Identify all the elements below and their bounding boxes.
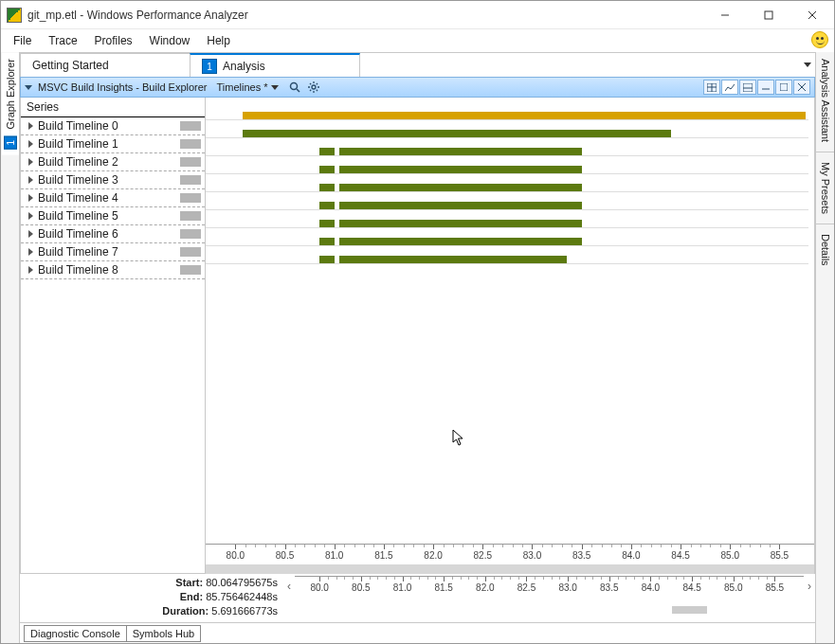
- close-button[interactable]: [790, 1, 834, 28]
- timeline-bar[interactable]: [243, 130, 671, 137]
- series-list: Build Timeline 0Build Timeline 1Build Ti…: [21, 117, 205, 573]
- start-label: Start:: [175, 577, 203, 588]
- end-value: 85.756462448s: [206, 591, 278, 602]
- series-row[interactable]: Build Timeline 8: [21, 261, 205, 279]
- timeline-bar[interactable]: [319, 256, 335, 263]
- expand-icon[interactable]: [28, 266, 33, 274]
- axis-tick-label: 81.0: [325, 550, 343, 561]
- series-swatch: [180, 193, 201, 203]
- timeline-bar[interactable]: [339, 238, 582, 245]
- axis-tick-label: 82.0: [424, 550, 442, 561]
- display-both-button[interactable]: [739, 80, 756, 95]
- chevron-down-icon: [271, 85, 279, 90]
- tab-badge: 1: [202, 59, 217, 74]
- series-row[interactable]: Build Timeline 2: [21, 153, 205, 171]
- gear-icon[interactable]: [307, 80, 320, 94]
- axis-tick-label: 80.0: [310, 582, 328, 593]
- graph-explorer-tab[interactable]: 1 Graph Explorer: [2, 53, 19, 155]
- series-row[interactable]: Build Timeline 3: [21, 171, 205, 189]
- timeline-bar[interactable]: [319, 202, 335, 209]
- timeline-bar[interactable]: [339, 166, 582, 173]
- chart-scrollbar[interactable]: [206, 564, 814, 574]
- timeline-bar[interactable]: [319, 220, 335, 227]
- series-row[interactable]: Build Timeline 6: [21, 225, 205, 243]
- status-bar: Diagnostic Console Symbols Hub: [20, 622, 815, 643]
- start-value: 80.064795675s: [206, 577, 278, 588]
- series-row[interactable]: Build Timeline 7: [21, 243, 205, 261]
- tab-analysis[interactable]: 1 Analysis: [190, 53, 360, 77]
- series-label: Build Timeline 1: [38, 137, 180, 151]
- axis-tick-label: 80.5: [276, 550, 294, 561]
- svg-line-11: [310, 83, 311, 84]
- timeline-bar[interactable]: [339, 202, 582, 209]
- series-label: Build Timeline 2: [38, 155, 180, 169]
- menu-file[interactable]: File: [5, 31, 40, 50]
- timeline-bar[interactable]: [319, 148, 335, 155]
- feedback-smiley-icon[interactable]: [811, 31, 828, 48]
- app-window: git_mp.etl - Windows Performance Analyze…: [0, 0, 835, 644]
- scroll-left-icon[interactable]: ‹: [283, 580, 295, 593]
- panel-close-button[interactable]: [793, 80, 810, 95]
- timeline-bar[interactable]: [319, 166, 335, 173]
- svg-line-5: [297, 89, 300, 92]
- visible-range-indicator[interactable]: [672, 606, 706, 614]
- series-swatch: [180, 121, 201, 131]
- timeline-bar[interactable]: [339, 256, 567, 263]
- chart-time-axis: 80.080.581.081.582.082.583.083.584.084.5…: [206, 544, 814, 564]
- expand-icon[interactable]: [28, 176, 33, 184]
- menu-window[interactable]: Window: [141, 31, 199, 50]
- svg-point-6: [312, 85, 316, 89]
- timeline-bar[interactable]: [339, 220, 582, 227]
- menu-profiles[interactable]: Profiles: [86, 31, 141, 50]
- menu-help[interactable]: Help: [198, 31, 239, 50]
- timeline-bar[interactable]: [339, 184, 582, 191]
- chart-area: 80.080.581.081.582.082.583.083.584.084.5…: [206, 98, 815, 574]
- timeline-bar[interactable]: [319, 184, 335, 191]
- series-row[interactable]: Build Timeline 0: [21, 117, 205, 135]
- expand-icon[interactable]: [28, 248, 33, 256]
- series-row[interactable]: Build Timeline 1: [21, 135, 205, 153]
- series-row[interactable]: Build Timeline 5: [21, 207, 205, 225]
- timeline-bar[interactable]: [319, 238, 335, 245]
- global-time-axis[interactable]: 80.080.581.081.582.082.583.083.584.084.5…: [295, 576, 804, 597]
- document-tabstrip: Getting Started 1 Analysis: [20, 52, 815, 77]
- series-row[interactable]: Build Timeline 4: [21, 189, 205, 207]
- series-swatch: [180, 247, 201, 257]
- expand-icon[interactable]: [28, 122, 33, 130]
- axis-tick-label: 83.0: [523, 550, 541, 561]
- expand-icon[interactable]: [28, 194, 33, 202]
- my-presets-tab[interactable]: My Presets: [818, 156, 833, 220]
- axis-tick-label: 85.5: [771, 550, 789, 561]
- expand-icon[interactable]: [28, 158, 33, 166]
- tab-getting-started[interactable]: Getting Started: [20, 53, 191, 77]
- preset-dropdown[interactable]: Timelines *: [213, 80, 282, 94]
- display-graph-button[interactable]: [721, 80, 738, 95]
- search-icon[interactable]: [288, 80, 301, 94]
- diagnostic-console-button[interactable]: Diagnostic Console: [24, 625, 127, 642]
- panel-title: MSVC Build Insights - Build Explorer: [38, 81, 208, 93]
- collapse-icon[interactable]: [25, 85, 32, 90]
- menu-trace[interactable]: Trace: [40, 31, 85, 50]
- maximize-button[interactable]: [747, 1, 790, 28]
- timeline-bar[interactable]: [339, 148, 582, 155]
- expand-icon[interactable]: [28, 140, 33, 148]
- tabstrip-overflow-icon[interactable]: [804, 63, 811, 67]
- expand-icon[interactable]: [28, 230, 33, 238]
- axis-tick-label: 82.5: [474, 550, 492, 561]
- svg-rect-21: [780, 83, 788, 91]
- timeline-chart[interactable]: [206, 98, 814, 544]
- scroll-right-icon[interactable]: ›: [804, 580, 815, 593]
- expand-icon[interactable]: [28, 212, 33, 220]
- minimize-button[interactable]: [703, 1, 747, 28]
- axis-tick-label: 85.5: [766, 582, 784, 593]
- timeline-bar[interactable]: [243, 112, 806, 119]
- symbols-hub-button[interactable]: Symbols Hub: [126, 625, 201, 642]
- series-swatch: [180, 175, 201, 185]
- panel-maximize-button[interactable]: [775, 80, 792, 95]
- display-table-button[interactable]: [703, 80, 720, 95]
- details-tab[interactable]: Details: [818, 228, 833, 272]
- series-swatch: [180, 265, 201, 275]
- panel-minimize-button[interactable]: [757, 80, 774, 95]
- axis-tick-label: 82.0: [476, 582, 494, 593]
- analysis-assistant-tab[interactable]: Analysis Assistant: [818, 53, 833, 148]
